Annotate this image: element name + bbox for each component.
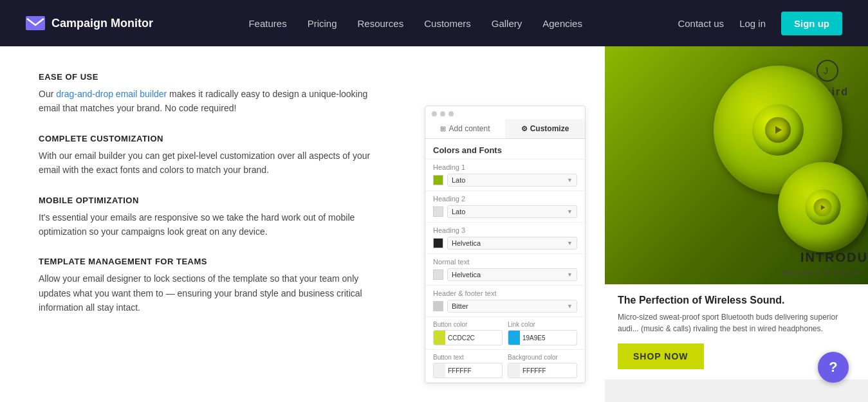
link-color-group: Link color 19A9E5: [508, 321, 577, 345]
heading1-select-arrow: ▼: [567, 177, 573, 183]
normal-text-row: Normal text Helvetica ▼: [425, 254, 585, 286]
button-color-group: Button color CCDC2C: [433, 321, 503, 345]
color-row-1: Button color CCDC2C Link color 19A9E5: [425, 317, 585, 350]
feature-title-ease: EASE OF USE: [39, 72, 386, 82]
button-color-swatch: [434, 331, 445, 345]
feature-template: TEMPLATE MANAGEMENT FOR TEAMS Allow your…: [39, 257, 386, 315]
nav-resources[interactable]: Resources: [358, 18, 404, 29]
bg-color-swatch: [508, 363, 520, 378]
heading3-swatch[interactable]: [433, 238, 443, 248]
builder-panel: ⊞ Add content ⚙ Customize Colors and Fon…: [425, 46, 605, 402]
nav-features[interactable]: Features: [248, 18, 286, 29]
product-image-area: J jaybird: [605, 46, 868, 402]
nav-login[interactable]: Log in: [739, 18, 766, 29]
signup-button[interactable]: Sign up: [781, 12, 842, 35]
product-panel: J jaybird: [605, 46, 868, 402]
button-color-input[interactable]: CCDC2C: [433, 330, 503, 345]
link-color-hex: 19A9E5: [520, 333, 577, 343]
brand-name: Campaign Monitor: [51, 17, 153, 30]
svg-rect-0: [26, 16, 45, 30]
main-content: EASE OF USE Our drag-and-drop email buil…: [0, 46, 868, 402]
button-color-hex: CCDC2C: [445, 333, 502, 343]
link-color-input[interactable]: 19A9E5: [508, 330, 577, 345]
earbud-right: [778, 162, 868, 252]
window-titlebar: [425, 106, 585, 119]
customize-icon: ⚙: [521, 125, 528, 133]
help-icon: ?: [829, 359, 837, 376]
product-description: Micro-sized sweat-proof sport Bluetooth …: [618, 311, 855, 334]
feature-customization: COMPLETE CUSTOMIZATION With our email bu…: [39, 134, 386, 178]
intro-text: INTRODU: [800, 250, 868, 265]
nav-right: Contact us Log in Sign up: [678, 12, 842, 35]
left-panel: EASE OF USE Our drag-and-drop email buil…: [0, 46, 425, 402]
header-footer-label: Header & footer text: [433, 289, 577, 297]
header-footer-select-arrow: ▼: [567, 303, 573, 309]
feature-ease-of-use: EASE OF USE Our drag-and-drop email buil…: [39, 72, 386, 116]
window-dot-2: [440, 111, 445, 116]
product-hero-bg: J jaybird: [605, 46, 868, 284]
normal-text-label: Normal text: [433, 258, 577, 266]
feature-title-mobile: MOBILE OPTIMIZATION: [39, 196, 386, 205]
tab-customize[interactable]: ⚙ Customize: [505, 119, 585, 138]
button-text-swatch: [434, 363, 445, 378]
nav-gallery[interactable]: Gallery: [492, 18, 522, 29]
button-text-hex: FFFFFF: [445, 366, 502, 376]
navbar: Campaign Monitor Features Pricing Resour…: [0, 0, 868, 46]
heading1-row: Heading 1 Lato ▼: [425, 160, 585, 191]
tab-customize-label: Customize: [530, 124, 569, 133]
nav-agencies[interactable]: Agencies: [542, 18, 582, 29]
add-content-icon: ⊞: [440, 125, 446, 133]
colors-fonts-title: Colors and Fonts: [425, 139, 585, 160]
feature-text-ease: Our drag-and-drop email builder makes it…: [39, 87, 386, 116]
help-bubble[interactable]: ?: [818, 352, 849, 383]
color-row-2: Button text FFFFFF Background color FFFF…: [425, 350, 585, 383]
feature-mobile: MOBILE OPTIMIZATION It's essential your …: [39, 196, 386, 239]
normal-text-swatch[interactable]: [433, 270, 443, 280]
bg-color-group: Background color FFFFFF: [508, 354, 577, 378]
nav-links: Features Pricing Resources Customers Gal…: [248, 18, 582, 29]
feature-text-template: Allow your email designer to lock sectio…: [39, 271, 386, 315]
button-text-label: Button text: [433, 354, 503, 361]
heading3-row: Heading 3 Helvetica ▼: [425, 223, 585, 254]
heading3-label: Heading 3: [433, 226, 577, 234]
nav-contact[interactable]: Contact us: [678, 18, 724, 29]
nav-pricing[interactable]: Pricing: [308, 18, 337, 29]
feature-text-custom: With our email builder you can get pixel…: [39, 149, 386, 178]
builder-window: ⊞ Add content ⚙ Customize Colors and Fon…: [425, 105, 586, 383]
button-color-label: Button color: [433, 321, 503, 328]
bg-color-hex: FFFFFF: [520, 366, 577, 376]
normal-text-select-arrow: ▼: [567, 271, 573, 278]
product-headline: The Perfection of Wireless Sound.: [618, 295, 855, 306]
window-dot-3: [448, 111, 454, 116]
heading2-row: Heading 2 Lato ▼: [425, 191, 585, 223]
bg-color-input[interactable]: FFFFFF: [508, 363, 577, 378]
feature-title-custom: COMPLETE CUSTOMIZATION: [39, 134, 386, 143]
normal-text-font-select[interactable]: Helvetica ▼: [447, 268, 577, 281]
tab-add-content[interactable]: ⊞ Add content: [425, 119, 505, 138]
heading3-select-arrow: ▼: [567, 240, 573, 246]
drag-drop-link[interactable]: drag-and-drop email builder: [56, 89, 167, 99]
header-footer-font-select[interactable]: Bitter ▼: [447, 300, 577, 313]
heading2-select-arrow: ▼: [567, 208, 573, 215]
nav-customers[interactable]: Customers: [424, 18, 471, 29]
earbud-illustration: [675, 53, 869, 271]
heading1-font-select[interactable]: Lato ▼: [447, 174, 577, 187]
heading2-swatch[interactable]: [433, 206, 443, 217]
heading3-font-select[interactable]: Helvetica ▼: [447, 237, 577, 250]
builder-tabs: ⊞ Add content ⚙ Customize: [425, 119, 585, 139]
brand-logo[interactable]: Campaign Monitor: [26, 16, 153, 30]
heading2-label: Heading 2: [433, 195, 577, 203]
button-text-input[interactable]: FFFFFF: [433, 363, 503, 378]
tab-add-content-label: Add content: [448, 124, 490, 133]
heading2-font-select[interactable]: Lato ▼: [447, 205, 577, 218]
bg-color-label: Background color: [508, 354, 577, 361]
heading1-label: Heading 1: [433, 163, 577, 171]
header-footer-row: Header & footer text Bitter ▼: [425, 286, 585, 317]
button-text-group: Button text FFFFFF: [433, 354, 503, 378]
link-color-swatch: [508, 331, 520, 345]
heading1-swatch[interactable]: [433, 175, 443, 185]
feature-text-mobile: It's essential your emails are responsiv…: [39, 210, 386, 239]
shop-now-button[interactable]: SHOP NOW: [618, 343, 704, 369]
window-dot-1: [432, 111, 437, 116]
header-footer-swatch[interactable]: [433, 301, 443, 311]
